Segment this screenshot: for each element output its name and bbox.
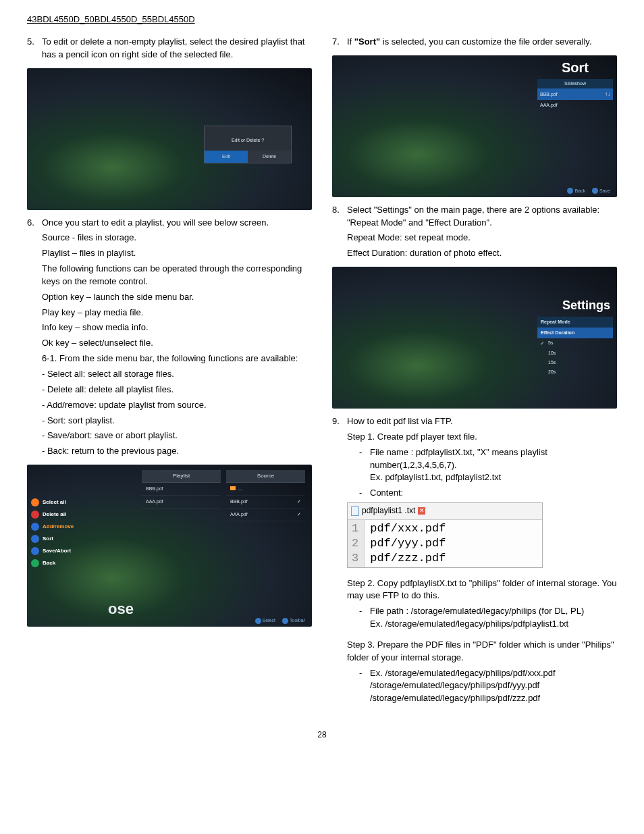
item6-line: - Save/abort: save or abort playlist. [42,429,312,442]
item6-line: - Select all: select all storage files. [42,368,312,381]
edit-button[interactable]: Edit [205,151,248,163]
hint-dot-icon [567,188,573,194]
editor-code: pdf/xxx.pdf pdf/yyy.pdf pdf/zzz.pdf [365,520,451,567]
footer-hints: Back Save [567,188,610,194]
item9-step3-sub: Ex. /storage/emulated/legacy/philips/pdf… [370,667,617,706]
list-num-8: 8. [332,204,347,263]
check-icon: ✓ [297,511,301,518]
sort-row[interactable]: AAA.pdf [537,100,613,111]
item6-line: - Delete all: delete all playlist files. [42,384,312,396]
side-menu: Select all Delete all Add/remove Sort Sa… [27,498,108,571]
reorder-icon: ↑↓ [605,90,610,99]
page-number: 28 [27,729,617,741]
settings-panel: Settings Repeat Mode Effect Duration 5s … [537,296,613,377]
item6-line: Option key – launch the side menu bar. [42,291,312,304]
side-back[interactable]: Back [31,559,108,567]
screenshot-sort: Sort Slideshow BBB.pdf↑↓ AAA.pdf Back Sa… [332,55,617,197]
settings-row[interactable]: 20s [537,367,613,377]
item5-text: To edit or delete a non-empty playlist, … [42,36,312,61]
item9-intro: Step 1. Create pdf player text file. [347,431,617,444]
side-save-abort[interactable]: Save/Abort [31,547,108,555]
swap-icon [31,523,39,531]
hint-dot-icon [592,188,598,194]
item8-line: Repeat Mode: set repeat mode. [347,232,617,244]
settings-row[interactable]: 15s [537,358,613,367]
partial-text-ose: ose [108,598,134,620]
screenshot-settings: Settings Repeat Mode Effect Duration 5s … [332,267,617,409]
delete-button[interactable]: Delete [248,151,291,163]
playlist-head: Playlist [142,470,221,483]
item9-step2-sub: File path : /storage/emulated/legacy/phi… [370,606,584,616]
sort-title: Sort [537,58,613,78]
item9-step2-sub: Ex. /storage/emulated/legacy/philips/pdf… [370,619,568,629]
item6-line: Playlist – files in playlist. [42,247,312,260]
editor-gutter: 1 2 3 [348,520,365,567]
source-panel: Source ... BBB.pdf✓ AAA.pdf✓ [226,470,305,521]
settings-effect-head[interactable]: Effect Duration [537,328,613,338]
list-num-7: 7. [332,36,347,51]
list-num-5: 5. [27,36,42,64]
folder-icon [230,486,236,490]
screenshot-playlist-editor: Select all Delete all Add/remove Sort Sa… [27,465,312,627]
item6-line: Info key – show media info. [42,321,312,334]
footer-hints: Select Toolbar [255,617,305,624]
save-icon [31,547,39,555]
item8-line: Select "Settings" on the main page, ther… [347,204,617,230]
sort-icon [31,535,39,543]
close-icon[interactable]: ✕ [418,507,425,515]
text-editor: pdfplaylist1 .txt ✕ 1 2 3 pdf/xxx.pdf [347,502,543,567]
trash-icon [31,511,39,519]
editor-tab-name: pdfplaylist1 .txt [362,505,415,517]
sort-panel: Sort Slideshow BBB.pdf↑↓ AAA.pdf [537,58,613,111]
edit-delete-dialog: Edit or Delete ? Edit Delete [204,126,292,163]
item6-line: Play key – play media file. [42,307,312,319]
source-folder-row[interactable]: ... [226,483,305,496]
item9-sub: Ex. pdfplaylist1.txt, pdfplaylist2.txt [370,472,501,482]
settings-row[interactable]: 5s [537,338,613,348]
dialog-title: Edit or Delete ? [205,126,291,151]
right-column: 7. If "Sort" is selected, you can custom… [332,36,617,712]
back-icon [31,559,39,567]
item6-line: Source - files in storage. [42,232,312,244]
item9-sub: Content: [370,487,617,500]
item6-line: Ok key – select/unselect file. [42,337,312,350]
settings-repeat-head[interactable]: Repeat Mode [537,317,613,328]
list-num-9: 9. [332,415,347,708]
checklist-icon [31,498,39,506]
item6-line: 6-1. From the side menu bar, the followi… [42,353,312,365]
playlist-row[interactable]: AAA.pdf [142,496,221,509]
item6-line: - Sort: sort playlist. [42,415,312,427]
playlist-row[interactable]: BBB.pdf [142,483,221,496]
sort-subtitle: Slideshow [537,79,613,88]
source-row[interactable]: AAA.pdf✓ [226,509,305,521]
item6-line: The following functions can be operated … [42,263,312,288]
settings-row[interactable]: 10s [537,348,613,358]
side-add-remove[interactable]: Add/remove [31,523,108,531]
side-sort[interactable]: Sort [31,535,108,543]
item6-line: Once you start to edit a playlist, you w… [42,217,312,230]
screenshot-edit-delete: Edit or Delete ? Edit Delete [27,68,312,210]
doc-header: 43BDL4550D_50BDL4550D_55BDL4550D [27,14,617,26]
hint-dot-icon [255,618,261,624]
source-head: Source [226,470,305,483]
item9-step2: Step 2. Copy pdfplaylistX.txt to "philip… [347,577,617,603]
source-row[interactable]: BBB.pdf✓ [226,496,305,509]
item6-line: - Back: return to the previous page. [42,445,312,458]
side-select-all[interactable]: Select all [31,498,108,506]
document-icon [351,506,359,516]
item9-intro: How to edit pdf list via FTP. [347,415,617,428]
item6-line: - Add/remove: update playlist from sourc… [42,399,312,412]
item9-step3: Step 3. Prepare the PDF files in "PDF" f… [347,639,617,664]
sort-row[interactable]: BBB.pdf↑↓ [537,88,613,101]
list-num-6: 6. [27,217,42,461]
left-column: 5. To edit or delete a non-empty playlis… [27,36,312,712]
item7-text: If "Sort" is selected, you can customize… [347,36,617,49]
item9-sub: File name : pdfplaylistX.txt, "X" means … [370,447,547,470]
playlist-panel: Playlist BBB.pdf AAA.pdf [142,470,221,521]
hint-dot-icon [282,618,288,624]
settings-title: Settings [537,296,613,314]
editor-tab[interactable]: pdfplaylist1 .txt ✕ [348,503,542,519]
side-delete-all[interactable]: Delete all [31,511,108,519]
check-icon: ✓ [297,498,301,505]
item8-line: Effect Duration: duration of photo effec… [347,247,617,260]
